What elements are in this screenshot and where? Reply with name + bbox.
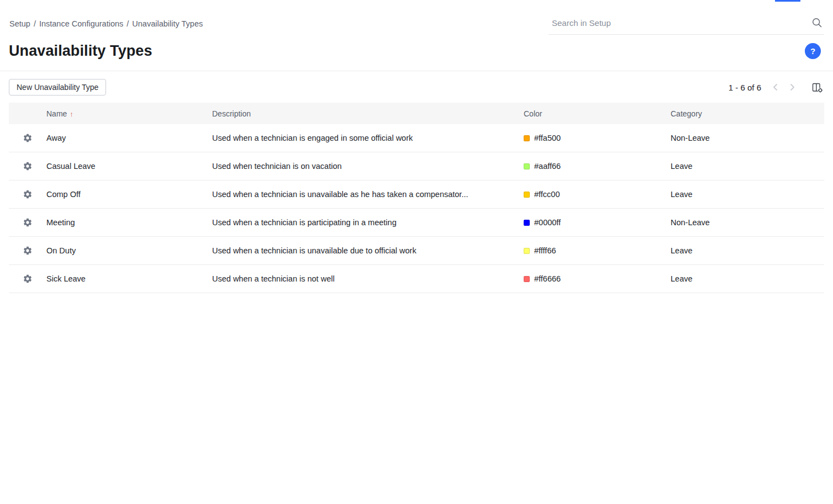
previous-page-icon[interactable] [770, 82, 781, 93]
cell-description: Used when a technician is unavailable as… [212, 190, 524, 199]
row-settings-gear-icon[interactable] [23, 217, 33, 227]
color-hex: #ff6666 [534, 274, 561, 283]
table-row[interactable]: Comp Off Used when a technician is unava… [9, 181, 824, 209]
column-header-description[interactable]: Description [212, 109, 524, 118]
cell-name[interactable]: Away [46, 134, 212, 142]
cell-name[interactable]: Sick Leave [46, 274, 212, 283]
new-unavailability-type-button[interactable]: New Unavailability Type [9, 79, 106, 96]
cell-name[interactable]: On Duty [46, 246, 212, 255]
cell-category: Leave [671, 162, 824, 171]
cell-color: #ffcc00 [524, 190, 671, 199]
table-row[interactable]: Sick Leave Used when a technician is not… [9, 265, 824, 293]
top-progress-bar [775, 0, 800, 2]
column-header-name[interactable]: Name↑ [46, 109, 212, 118]
breadcrumb-item-setup[interactable]: Setup [9, 19, 30, 28]
cell-description: Used when technician is on vacation [212, 162, 524, 171]
cell-color: #ffff66 [524, 246, 671, 255]
cell-category: Non-Leave [671, 134, 824, 142]
cell-color: #aaff66 [524, 162, 671, 171]
table-row[interactable]: On Duty Used when a technician is unavai… [9, 237, 824, 265]
cell-name[interactable]: Casual Leave [46, 162, 212, 171]
setup-search[interactable] [549, 13, 824, 35]
breadcrumb-separator: / [126, 19, 129, 28]
breadcrumb: Setup/Instance Configurations/Unavailabi… [9, 13, 203, 28]
row-settings-gear-icon[interactable] [23, 274, 33, 284]
column-settings-icon[interactable] [811, 81, 823, 93]
breadcrumb-item-instance-configurations[interactable]: Instance Configurations [39, 19, 123, 28]
page-header: Setup/Instance Configurations/Unavailabi… [0, 0, 833, 71]
color-swatch [524, 248, 530, 254]
next-page-icon[interactable] [787, 82, 798, 93]
cell-description: Used when a technician is not well [212, 274, 524, 283]
cell-description: Used when a technician is engaged in som… [212, 134, 524, 142]
toolbar: New Unavailability Type 1 - 6 of 6 [0, 71, 833, 103]
breadcrumb-item-unavailability-types: Unavailability Types [132, 19, 203, 28]
cell-category: Leave [671, 246, 824, 255]
table-row[interactable]: Casual Leave Used when technician is on … [9, 152, 824, 181]
color-hex: #0000ff [534, 218, 561, 227]
color-hex: #ffa500 [534, 134, 561, 142]
color-swatch [524, 192, 530, 198]
cell-color: #ff6666 [524, 274, 671, 283]
pagination-range: 1 - 6 of 6 [729, 83, 761, 92]
search-icon[interactable] [811, 17, 823, 29]
cell-color: #ffa500 [524, 134, 671, 142]
cell-description: Used when a technician is unavailable du… [212, 246, 524, 255]
table-header-row: Name↑ Description Color Category [9, 103, 824, 124]
page-title: Unavailability Types [9, 43, 152, 60]
cell-description: Used when a technician is participating … [212, 218, 524, 227]
cell-category: Leave [671, 190, 824, 199]
cell-category: Non-Leave [671, 218, 824, 227]
color-hex: #aaff66 [534, 162, 561, 171]
column-header-color[interactable]: Color [524, 109, 671, 118]
color-swatch [524, 276, 530, 282]
cell-name[interactable]: Comp Off [46, 190, 212, 199]
row-settings-gear-icon[interactable] [23, 189, 33, 199]
color-swatch [524, 163, 530, 169]
help-button[interactable]: ? [805, 43, 821, 59]
unavailability-types-table: Name↑ Description Color Category Away Us… [9, 103, 824, 293]
color-swatch [524, 220, 530, 226]
color-hex: #ffff66 [534, 246, 556, 255]
column-header-category[interactable]: Category [671, 109, 824, 118]
row-settings-gear-icon[interactable] [23, 161, 33, 171]
table-row[interactable]: Meeting Used when a technician is partic… [9, 209, 824, 237]
cell-name[interactable]: Meeting [46, 218, 212, 227]
cell-category: Leave [671, 274, 824, 283]
search-input[interactable] [552, 18, 811, 28]
color-hex: #ffcc00 [534, 190, 560, 199]
color-swatch [524, 135, 530, 141]
row-settings-gear-icon[interactable] [23, 246, 33, 256]
row-settings-gear-icon[interactable] [23, 133, 33, 143]
sort-ascending-icon[interactable]: ↑ [70, 110, 73, 118]
breadcrumb-separator: / [34, 19, 36, 28]
cell-color: #0000ff [524, 218, 671, 227]
table-row[interactable]: Away Used when a technician is engaged i… [9, 124, 824, 152]
